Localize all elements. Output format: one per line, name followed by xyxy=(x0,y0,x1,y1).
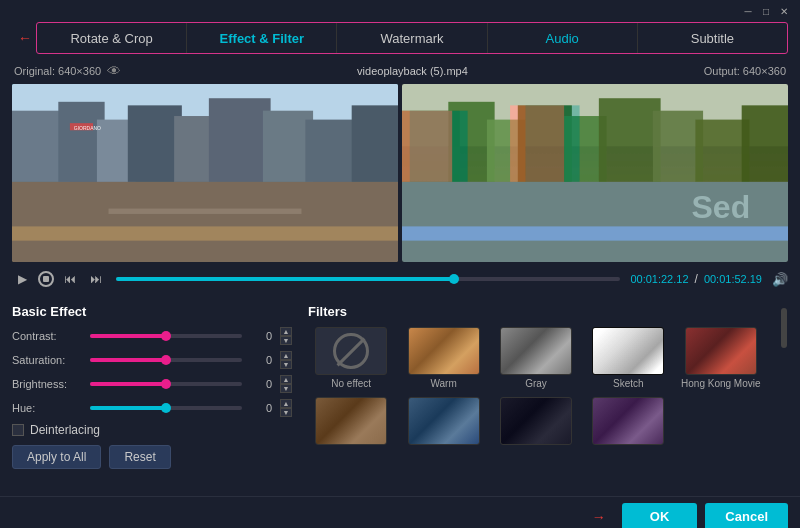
filter-hk-thumb xyxy=(685,327,757,375)
contrast-up[interactable]: ▲ xyxy=(280,327,292,336)
filter-sketch-label: Sketch xyxy=(613,378,644,389)
prev-frame-button[interactable]: ⏮ xyxy=(60,269,80,289)
hue-spinner[interactable]: ▲ ▼ xyxy=(280,399,292,417)
basic-effect-title: Basic Effect xyxy=(12,304,292,319)
tab-subtitle[interactable]: Subtitle xyxy=(638,23,787,53)
close-button[interactable]: ✕ xyxy=(776,3,792,19)
filter-no-effect-label: No effect xyxy=(331,378,371,389)
svg-rect-28 xyxy=(510,105,564,182)
brightness-thumb xyxy=(161,379,171,389)
tab-audio[interactable]: Audio xyxy=(488,23,638,53)
filter-row2-3-thumb xyxy=(500,397,572,445)
maximize-button[interactable]: □ xyxy=(758,3,774,19)
contrast-slider[interactable] xyxy=(90,334,242,338)
svg-rect-30 xyxy=(402,226,788,240)
deinterlace-label: Deinterlacing xyxy=(30,423,100,437)
tab-effect-filter[interactable]: Effect & Filter xyxy=(187,23,337,53)
deinterlace-checkbox[interactable] xyxy=(12,424,24,436)
brightness-value: 0 xyxy=(248,378,272,390)
filter-sketch[interactable]: Sketch xyxy=(585,327,671,389)
reset-button[interactable]: Reset xyxy=(109,445,170,469)
eye-icon[interactable]: 👁 xyxy=(107,63,121,79)
contrast-spinner[interactable]: ▲ ▼ xyxy=(280,327,292,345)
tab-arrow-icon: ← xyxy=(18,30,32,46)
progress-track[interactable] xyxy=(116,277,620,281)
title-bar: ─ □ ✕ xyxy=(0,0,800,22)
hue-row: Hue: 0 ▲ ▼ xyxy=(12,399,292,417)
svg-text:Sed: Sed xyxy=(692,189,751,225)
contrast-down[interactable]: ▼ xyxy=(280,336,292,345)
preview-area: GIORDANO xyxy=(0,84,800,262)
hue-label: Hue: xyxy=(12,402,84,414)
total-time: 00:01:52.19 xyxy=(704,273,762,285)
brightness-down[interactable]: ▼ xyxy=(280,384,292,393)
svg-rect-12 xyxy=(12,226,398,240)
tab-watermark[interactable]: Watermark xyxy=(337,23,487,53)
hue-down[interactable]: ▼ xyxy=(280,408,292,417)
filter-row2-2-thumb xyxy=(408,397,480,445)
info-bar: Original: 640×360 👁 videoplayback (5).mp… xyxy=(0,58,800,84)
hue-up[interactable]: ▲ xyxy=(280,399,292,408)
scrollbar[interactable] xyxy=(780,304,788,488)
saturation-value: 0 xyxy=(248,354,272,366)
filter-no-effect[interactable]: No effect xyxy=(308,327,394,389)
filter-gray-label: Gray xyxy=(525,378,547,389)
svg-rect-27 xyxy=(402,111,452,182)
brightness-spinner[interactable]: ▲ ▼ xyxy=(280,375,292,393)
contrast-value: 0 xyxy=(248,330,272,342)
hue-slider[interactable] xyxy=(90,406,242,410)
saturation-slider[interactable] xyxy=(90,358,242,362)
no-effect-icon xyxy=(333,333,369,369)
contrast-label: Contrast: xyxy=(12,330,84,342)
svg-rect-6 xyxy=(209,98,271,182)
next-frame-button[interactable]: ⏭ xyxy=(86,269,106,289)
deinterlace-row: Deinterlacing xyxy=(12,423,292,437)
brightness-fill xyxy=(90,382,166,386)
filter-row2-3[interactable] xyxy=(493,397,579,448)
ok-arrow-icon: → xyxy=(592,509,606,525)
svg-rect-8 xyxy=(305,120,359,182)
basic-effect-panel: Basic Effect Contrast: 0 ▲ ▼ Saturation:… xyxy=(12,304,292,488)
saturation-down[interactable]: ▼ xyxy=(280,360,292,369)
volume-icon[interactable]: 🔊 xyxy=(772,272,788,287)
play-button[interactable]: ▶ xyxy=(12,269,32,289)
brightness-slider[interactable] xyxy=(90,382,242,386)
footer-bar: → OK Cancel xyxy=(0,496,800,528)
filters-grid: No effect Warm Gray Sketch Hong Kong Mov… xyxy=(308,327,764,448)
filters-panel: Filters No effect Warm Gray xyxy=(308,304,764,488)
filter-gray[interactable]: Gray xyxy=(493,327,579,389)
minimize-button[interactable]: ─ xyxy=(740,3,756,19)
filter-row2-4-thumb xyxy=(592,397,664,445)
contrast-thumb xyxy=(161,331,171,341)
hue-fill xyxy=(90,406,166,410)
filter-row2-1[interactable] xyxy=(308,397,394,448)
saturation-up[interactable]: ▲ xyxy=(280,351,292,360)
svg-rect-21 xyxy=(599,98,661,182)
svg-rect-11 xyxy=(109,209,302,214)
progress-fill xyxy=(116,277,454,281)
filter-row2-4[interactable] xyxy=(585,397,671,448)
brightness-up[interactable]: ▲ xyxy=(280,375,292,384)
filter-warm[interactable]: Warm xyxy=(400,327,486,389)
svg-rect-24 xyxy=(742,105,788,182)
hue-thumb xyxy=(161,403,171,413)
filter-hk-movie[interactable]: Hong Kong Movie xyxy=(678,327,764,389)
saturation-spinner[interactable]: ▲ ▼ xyxy=(280,351,292,369)
stop-button[interactable] xyxy=(38,271,54,287)
time-separator: / xyxy=(695,272,698,286)
tab-rotate-crop[interactable]: Rotate & Crop xyxy=(37,23,187,53)
apply-to-all-button[interactable]: Apply to All xyxy=(12,445,101,469)
preview-output: Sed xyxy=(402,84,788,262)
filter-warm-label: Warm xyxy=(430,378,456,389)
filter-gray-thumb xyxy=(500,327,572,375)
playback-bar: ▶ ⏮ ⏭ 00:01:22.12 / 00:01:52.19 🔊 xyxy=(0,262,800,296)
filter-row2-2[interactable] xyxy=(400,397,486,448)
original-frame: GIORDANO xyxy=(12,84,398,262)
progress-thumb xyxy=(449,274,459,284)
svg-text:GIORDANO: GIORDANO xyxy=(74,125,101,131)
brightness-row: Brightness: 0 ▲ ▼ xyxy=(12,375,292,393)
saturation-fill xyxy=(90,358,166,362)
ok-button[interactable]: OK xyxy=(622,503,698,528)
cancel-button[interactable]: Cancel xyxy=(705,503,788,528)
contrast-fill xyxy=(90,334,166,338)
